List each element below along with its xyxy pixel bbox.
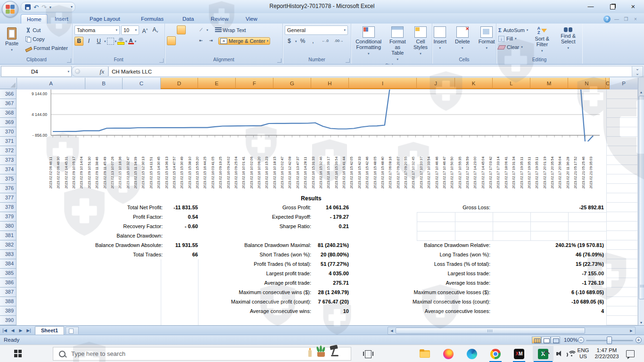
column-header-N[interactable]: N <box>568 78 606 89</box>
name-box-dropdown-icon[interactable]: ▾ <box>67 70 69 74</box>
find-select-button[interactable]: Find & Select▾ <box>556 25 580 52</box>
workbook-close-icon[interactable]: × <box>632 17 639 22</box>
minimize-button[interactable]: — <box>584 3 598 10</box>
chrome-icon[interactable] <box>490 349 501 359</box>
insert-worksheet-tab[interactable] <box>66 327 79 334</box>
row-header-377[interactable]: 377 <box>0 193 17 203</box>
underline-button[interactable]: U <box>94 37 103 46</box>
tab-insert[interactable]: Insert <box>49 14 74 24</box>
row-header-383[interactable]: 383 <box>0 250 17 259</box>
bold-button[interactable]: B <box>74 37 83 46</box>
number-dialog-launcher-icon[interactable] <box>346 58 350 63</box>
workbook-restore-icon[interactable]: ❒ <box>622 17 630 22</box>
horizontal-scroll-thumb[interactable] <box>396 328 585 334</box>
row-header-376[interactable]: 376 <box>0 184 17 193</box>
row-header-384[interactable]: 384 <box>0 259 17 269</box>
row-header-387[interactable]: 387 <box>0 288 17 297</box>
tab-review[interactable]: Review <box>205 14 234 24</box>
scroll-right-icon[interactable]: ▶ <box>628 329 634 333</box>
horizontal-scrollbar[interactable]: ◀ ▶ <box>388 327 636 335</box>
page-layout-view-button[interactable] <box>541 337 551 344</box>
column-header-B[interactable]: B <box>85 78 123 89</box>
result-value[interactable]: -1 726.19 <box>582 280 604 286</box>
decrease-indent-button[interactable]: ⇤ <box>197 36 206 45</box>
row-header-381[interactable]: 381 <box>0 231 17 240</box>
result-label[interactable]: Long Trades (won %): <box>439 252 490 257</box>
result-value[interactable]: 275.71 <box>333 280 349 286</box>
firefox-icon[interactable] <box>443 349 454 359</box>
sheet-tab-sheet1[interactable]: Sheet1 <box>35 326 64 335</box>
zoom-out-button[interactable]: − <box>578 337 584 343</box>
result-label[interactable]: Maximum consecutive losses ($): <box>413 289 490 295</box>
result-label[interactable]: Loss Trades (% of total): <box>434 261 490 267</box>
column-header-A[interactable]: A <box>17 78 85 89</box>
result-label[interactable]: Balance Drawdown Absolute: <box>95 242 163 248</box>
row-header-389[interactable]: 389 <box>0 306 17 316</box>
result-value[interactable]: -10 689.05 (6) <box>571 299 604 304</box>
result-value[interactable]: 10 <box>343 308 349 314</box>
row-header-374[interactable]: 374 <box>0 165 17 174</box>
result-label[interactable]: Largest profit trade: <box>266 271 311 276</box>
result-label[interactable]: Gross Loss: <box>462 205 490 210</box>
row-header-372[interactable]: 372 <box>0 146 17 156</box>
clock[interactable]: 1:47 PM2/22/2023 <box>592 347 621 360</box>
normal-view-button[interactable] <box>532 337 541 344</box>
result-value[interactable]: 46 (76.09%) <box>576 252 604 257</box>
wrap-text-button[interactable]: Wrap Text <box>213 26 248 34</box>
wifi-icon[interactable] <box>568 351 576 357</box>
result-label[interactable]: Balance Drawdown: <box>116 233 163 239</box>
result-label[interactable]: Balance Drawdown Relative: <box>424 242 490 248</box>
italic-button[interactable]: I <box>84 37 93 46</box>
result-label[interactable]: Sharpe Ratio: <box>280 223 311 229</box>
orientation-button[interactable]: ⟋ <box>197 25 206 34</box>
scroll-down-icon[interactable]: ▼ <box>638 321 644 324</box>
font-color-button[interactable]: A <box>128 38 134 44</box>
qat-dropdown-icon[interactable]: ▾ <box>50 5 51 9</box>
row-header-371[interactable]: 371 <box>0 137 17 146</box>
result-value[interactable]: -7 155.00 <box>582 271 604 276</box>
zoom-level[interactable]: 100% <box>564 337 578 343</box>
tab-home[interactable]: Home <box>21 14 48 24</box>
first-sheet-icon[interactable]: |◀ <box>1 327 8 334</box>
column-header-G[interactable]: G <box>273 78 311 89</box>
result-value[interactable]: - 179.27 <box>330 214 349 220</box>
format-painter-button[interactable]: Format Painter <box>24 44 70 52</box>
result-label[interactable]: Average consecutive wins: <box>250 308 311 314</box>
sheet-grid[interactable]: 2023.02.02 06:46:112023.02.02 06:46:3020… <box>0 90 644 325</box>
row-header-379[interactable]: 379 <box>0 212 17 222</box>
column-header-O[interactable]: O <box>606 78 610 89</box>
undo-icon[interactable]: ↶ <box>33 4 39 11</box>
result-label[interactable]: Total Trades: <box>133 252 163 257</box>
row-header-385[interactable]: 385 <box>0 269 17 278</box>
result-label[interactable]: Profit Factor: <box>133 214 163 220</box>
tab-page-layout[interactable]: Page Layout <box>84 14 126 24</box>
row-header-388[interactable]: 388 <box>0 297 17 306</box>
prev-sheet-icon[interactable]: ◀ <box>9 327 16 334</box>
number-format-select[interactable]: General▾ <box>285 25 348 35</box>
help-icon[interactable]: ? <box>603 16 611 23</box>
result-value[interactable]: 51 (77.27%) <box>321 261 349 267</box>
results-title[interactable]: Results <box>245 195 377 202</box>
row-header-369[interactable]: 369 <box>0 118 17 127</box>
result-label[interactable]: Largest loss trade: <box>448 271 491 276</box>
file-explorer-icon[interactable] <box>420 349 430 359</box>
result-value[interactable]: 240.21% (19 570.81) <box>555 242 604 248</box>
restore-button[interactable] <box>605 3 619 10</box>
edge-icon[interactable] <box>467 349 477 359</box>
result-label[interactable]: Maximal consecutive profit (count): <box>231 299 311 304</box>
result-value[interactable]: 15 (22.73%) <box>576 261 604 267</box>
name-box[interactable]: D4 ▾ <box>1 66 72 77</box>
merge-center-button[interactable]: aMerge & Center▾ <box>218 37 270 45</box>
font-name-select[interactable]: Tahoma▾ <box>74 25 120 35</box>
column-header-E[interactable]: E <box>198 78 236 89</box>
increase-decimal-button[interactable]: ←.0 <box>319 37 331 46</box>
delete-cells-button[interactable]: Delete▾ <box>453 25 472 52</box>
tab-data[interactable]: Data <box>177 14 199 24</box>
fill-button[interactable]: ↓Fill▾ <box>498 35 528 42</box>
column-header-C[interactable]: C <box>123 78 161 89</box>
result-label[interactable]: Average consecutive losses: <box>425 308 490 314</box>
row-header-378[interactable]: 378 <box>0 203 17 212</box>
zoom-slider-thumb[interactable] <box>607 337 612 344</box>
expand-formula-bar-icon[interactable]: ⌄⌄ <box>632 66 643 77</box>
format-cells-button[interactable]: Format▾ <box>476 25 497 52</box>
